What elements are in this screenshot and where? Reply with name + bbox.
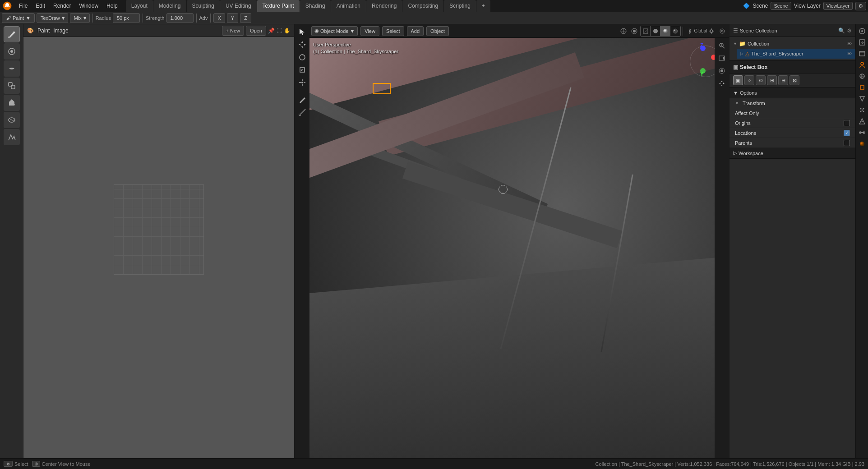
- mode-switcher[interactable]: 🖌 Paint ▼: [2, 13, 35, 23]
- tool-soften[interactable]: [4, 43, 20, 60]
- rendered-shade-btn[interactable]: [670, 26, 680, 36]
- particles-props-btn[interactable]: [857, 105, 867, 115]
- zoom-in-btn[interactable]: [716, 40, 728, 51]
- tab-layout[interactable]: Layout: [126, 0, 153, 12]
- annotate-tool[interactable]: [296, 94, 308, 106]
- render-props-btn[interactable]: [857, 26, 867, 36]
- transform-orientation-btn[interactable]: Global: [696, 26, 706, 36]
- origins-checkbox[interactable]: [844, 120, 850, 126]
- gizmo-btn[interactable]: [619, 26, 628, 36]
- tab-uv-editing[interactable]: UV Editing: [220, 0, 257, 12]
- menu-window[interactable]: Window: [75, 1, 102, 11]
- pin-icon[interactable]: 📌: [268, 28, 275, 34]
- menu-render[interactable]: Render: [50, 1, 74, 11]
- view-layer-props-btn[interactable]: [857, 49, 867, 59]
- object-menu-btn[interactable]: Object: [426, 26, 449, 36]
- symmetry-z-btn[interactable]: Z: [240, 13, 251, 23]
- select-less-btn[interactable]: ⊠: [790, 75, 799, 85]
- zoom-camera-btn[interactable]: [716, 52, 728, 64]
- origins-row[interactable]: Origins: [729, 118, 855, 128]
- tab-shading[interactable]: Shading: [300, 0, 331, 12]
- open-image-btn[interactable]: Open: [246, 26, 266, 36]
- rotate-tool[interactable]: [296, 51, 308, 63]
- tab-texture-paint[interactable]: Texture Paint: [257, 0, 300, 12]
- menu-edit[interactable]: Edit: [32, 1, 49, 11]
- parents-row[interactable]: Parents: [729, 138, 855, 148]
- blend-mode-dropdown[interactable]: Mix ▼: [70, 13, 90, 23]
- search-icon[interactable]: 🔍: [838, 28, 845, 34]
- constraints-props-btn[interactable]: [857, 128, 867, 138]
- view-layer-selector[interactable]: ViewLayer: [823, 2, 853, 10]
- scene-selector[interactable]: Scene: [771, 2, 791, 10]
- tool-clone[interactable]: [4, 78, 20, 94]
- menu-help[interactable]: Help: [103, 1, 121, 11]
- transform-pivot-btn[interactable]: [685, 26, 695, 36]
- wireframe-shade-btn[interactable]: [641, 26, 651, 36]
- tab-add[interactable]: +: [476, 0, 490, 12]
- tab-compositing[interactable]: Compositing: [402, 0, 443, 12]
- move-tool[interactable]: [296, 39, 308, 51]
- material-props-btn[interactable]: [857, 139, 867, 149]
- strength-input[interactable]: 1.000: [166, 13, 194, 23]
- paint-canvas[interactable]: [23, 37, 294, 458]
- options-section[interactable]: ▼ Options: [729, 87, 855, 98]
- tab-animation[interactable]: Animation: [331, 0, 366, 12]
- object-props-btn[interactable]: [857, 83, 867, 92]
- measure-tool[interactable]: [296, 106, 308, 118]
- tool-annotate[interactable]: [4, 129, 20, 145]
- world-props-btn[interactable]: [857, 71, 867, 81]
- select-box-tool-btn[interactable]: ▣: [733, 75, 743, 85]
- workspace-section[interactable]: ▷ Workspace: [729, 148, 855, 159]
- filter-icon[interactable]: ⚙: [847, 28, 852, 34]
- select-more-btn[interactable]: ⊟: [778, 75, 788, 85]
- brush-name-dropdown[interactable]: TexDraw ▼: [37, 13, 68, 23]
- object-item[interactable]: ▷ △ The_Shard_Skyscraper 👁: [737, 49, 855, 59]
- proportional-edit-btn[interactable]: [717, 26, 727, 36]
- render-preview-btn[interactable]: [716, 65, 728, 77]
- object-mode-btn[interactable]: ◉ Object Mode ▼: [311, 26, 358, 36]
- tab-sculpting[interactable]: Sculpting: [187, 0, 220, 12]
- scene-props-btn[interactable]: [857, 60, 867, 70]
- transform-tool[interactable]: [296, 77, 308, 88]
- material-shade-btn[interactable]: [660, 26, 670, 36]
- image-label[interactable]: Image: [53, 28, 68, 34]
- svg-point-6: [10, 50, 13, 53]
- fullscreen-icon[interactable]: ⛶: [277, 28, 282, 34]
- scene-collection-item[interactable]: ▼ 📁 Collection 👁: [729, 39, 855, 49]
- pan-btn[interactable]: [716, 78, 728, 89]
- tool-fill[interactable]: [4, 95, 20, 111]
- tab-modeling[interactable]: Modeling: [153, 0, 186, 12]
- paint-label[interactable]: Paint: [37, 28, 50, 34]
- select-circle-tool-btn[interactable]: ○: [744, 75, 754, 85]
- tool-draw[interactable]: [4, 26, 20, 42]
- select-menu-btn[interactable]: Select: [382, 26, 404, 36]
- output-props-btn[interactable]: [857, 37, 867, 47]
- viewport-canvas[interactable]: User Perspective (1) Collection | The_Sh…: [309, 38, 729, 458]
- locations-row[interactable]: Locations ✓: [729, 128, 855, 138]
- new-image-btn[interactable]: + New: [222, 26, 245, 36]
- select-checker-tool-btn[interactable]: ⊞: [767, 75, 777, 85]
- parents-checkbox[interactable]: [844, 140, 850, 146]
- preferences-btn[interactable]: ⚙: [855, 2, 866, 10]
- modifier-props-btn[interactable]: [857, 94, 867, 104]
- symmetry-x-btn[interactable]: X: [213, 13, 225, 23]
- add-menu-btn[interactable]: Add: [407, 26, 424, 36]
- locations-checkbox[interactable]: ✓: [844, 130, 850, 136]
- cursor-tool[interactable]: [296, 26, 308, 38]
- symmetry-y-btn[interactable]: Y: [227, 13, 238, 23]
- scale-tool[interactable]: [296, 64, 308, 76]
- snap-btn[interactable]: [706, 26, 716, 36]
- tool-smear[interactable]: [4, 60, 20, 77]
- physics-props-btn[interactable]: [857, 116, 867, 126]
- radius-input[interactable]: 50 px: [113, 13, 140, 23]
- view-menu-btn[interactable]: View: [360, 26, 379, 36]
- tool-mask[interactable]: [4, 112, 20, 128]
- tab-rendering[interactable]: Rendering: [366, 0, 402, 12]
- select-lasso-tool-btn[interactable]: ⊙: [756, 75, 766, 85]
- solid-shade-btn[interactable]: [651, 26, 660, 36]
- nav-icon[interactable]: ✋: [284, 28, 291, 34]
- overlay-btn[interactable]: [629, 26, 639, 36]
- transform-row[interactable]: ▼ Transform: [729, 98, 855, 108]
- tab-scripting[interactable]: Scripting: [444, 0, 476, 12]
- menu-file[interactable]: File: [15, 1, 31, 11]
